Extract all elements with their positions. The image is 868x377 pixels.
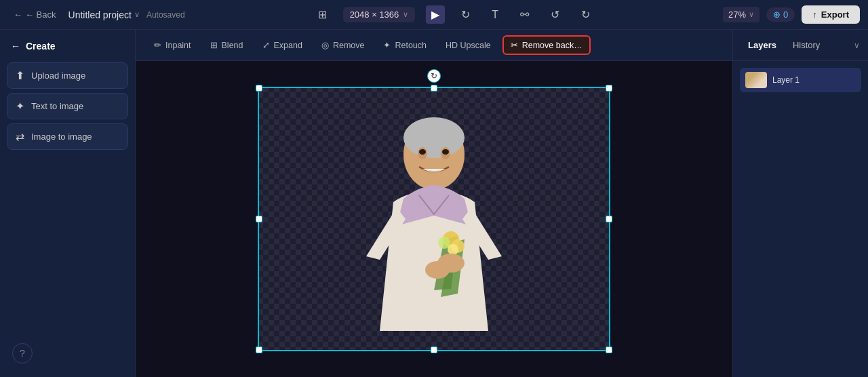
create-header: ← Create <box>7 38 128 58</box>
project-name-text: Untitled project <box>68 9 132 20</box>
layers-tab-label: Layers <box>748 40 776 50</box>
help-icon: ? <box>20 348 25 359</box>
canvas-size-display[interactable]: 2048 × 1366 ∨ <box>343 7 416 22</box>
canvas-size-text: 2048 × 1366 <box>350 9 399 20</box>
autosaved-label: Autosaved <box>146 10 185 20</box>
export-label: Export <box>821 9 849 20</box>
text-to-image-button[interactable]: ✦ Text to image <box>7 93 128 119</box>
zoom-value-text: 27% <box>728 9 746 20</box>
image-to-image-button[interactable]: ⇄ Image to image <box>7 123 128 150</box>
project-chevron-icon: ∨ <box>134 10 140 19</box>
credit-icon: ⊕ <box>773 9 781 20</box>
retouch-icon: ✦ <box>383 40 391 50</box>
canvas-image-container: ↻ <box>258 87 610 351</box>
layers-list: Layer 1 <box>733 61 868 99</box>
hd-upscale-label: HD Upscale <box>446 41 491 50</box>
toolbar-strip: ✏ Inpaint ⊞ Blend ⤢ Expand ◎ Remove ✦ Re… <box>136 30 732 61</box>
sidebar-bottom: ? <box>7 338 128 369</box>
image-to-image-icon: ⇄ <box>16 130 24 143</box>
inpaint-label: Inpaint <box>165 41 191 50</box>
remove-icon: ◎ <box>321 40 329 50</box>
zoom-chevron-icon: ∨ <box>749 10 754 19</box>
history-tab-label: History <box>793 40 820 50</box>
rotate-icon: ↻ <box>431 71 437 81</box>
zoom-display[interactable]: 27% ∨ <box>723 7 760 22</box>
credit-badge[interactable]: ⊕ 0 <box>766 7 795 22</box>
back-button[interactable]: ← ← Back <box>8 7 62 22</box>
remove-button[interactable]: ◎ Remove <box>314 36 372 54</box>
canvas-area: ✏ Inpaint ⊞ Blend ⤢ Expand ◎ Remove ✦ Re… <box>136 30 732 377</box>
credit-value: 0 <box>783 9 788 20</box>
topbar-center: ⊞ 2048 × 1366 ∨ ▶ ↻ T ⚯ ↺ ↻ <box>193 5 715 24</box>
layer-name: Layer 1 <box>772 75 800 85</box>
expand-icon: ⤢ <box>262 40 270 50</box>
remove-label: Remove <box>333 41 365 50</box>
topbar-left: ← ← Back Untitled project ∨ Autosaved <box>8 7 185 22</box>
export-button[interactable]: ↑ Export <box>802 5 860 24</box>
text-to-image-label: Text to image <box>31 101 83 111</box>
image-to-image-label: Image to image <box>31 132 92 142</box>
layer-thumb-inner <box>745 72 767 88</box>
svg-point-5 <box>442 149 449 155</box>
text-to-image-icon: ✦ <box>16 100 24 113</box>
tab-layers[interactable]: Layers <box>741 36 783 54</box>
remove-background-icon: ✂ <box>511 40 518 50</box>
text-tool-button[interactable]: T <box>486 6 504 24</box>
help-button[interactable]: ? <box>12 343 33 363</box>
link-tool-button[interactable]: ⚯ <box>515 5 534 24</box>
back-icon: ← <box>14 9 22 20</box>
person-svg <box>346 107 522 331</box>
blend-button[interactable]: ⊞ Blend <box>203 36 251 54</box>
inpaint-icon: ✏ <box>154 40 161 50</box>
svg-point-1 <box>403 117 465 158</box>
upload-image-button[interactable]: ⬆ Upload image <box>7 62 128 89</box>
blend-icon: ⊞ <box>210 40 218 50</box>
history-dropdown[interactable]: ∨ <box>854 41 860 50</box>
select-tool-button[interactable]: ▶ <box>426 5 445 24</box>
expand-button[interactable]: ⤢ Expand <box>255 36 310 54</box>
back-label: ← Back <box>25 9 56 20</box>
remove-background-label: Remove back… <box>522 41 583 50</box>
tab-history[interactable]: History <box>786 36 827 54</box>
blend-label: Blend <box>222 41 243 50</box>
resize-tool-button[interactable]: ⊞ <box>313 5 332 24</box>
topbar: ← ← Back Untitled project ∨ Autosaved ⊞ … <box>0 0 868 30</box>
main-layout: ← Create ⬆ Upload image ✦ Text to image … <box>0 30 868 377</box>
right-sidebar: Layers History ∨ Layer 1 <box>732 30 868 377</box>
topbar-right: 27% ∨ ⊕ 0 ↑ Export <box>723 5 860 24</box>
rotate-handle[interactable]: ↻ <box>427 69 441 83</box>
rotate-tool-button[interactable]: ↻ <box>456 5 475 24</box>
export-icon: ↑ <box>812 9 817 20</box>
svg-point-11 <box>425 261 450 279</box>
create-back-icon: ← <box>11 41 20 52</box>
layer-thumbnail <box>745 72 767 88</box>
redo-button[interactable]: ↻ <box>576 5 595 24</box>
svg-point-4 <box>419 149 426 155</box>
history-dropdown-icon: ∨ <box>854 41 860 50</box>
upload-icon: ⬆ <box>16 69 24 82</box>
size-chevron-icon: ∨ <box>403 10 408 19</box>
canvas-image <box>258 87 610 351</box>
retouch-button[interactable]: ✦ Retouch <box>376 36 434 54</box>
retouch-label: Retouch <box>395 41 427 50</box>
svg-point-9 <box>448 244 458 255</box>
left-sidebar: ← Create ⬆ Upload image ✦ Text to image … <box>0 30 136 377</box>
hd-upscale-button[interactable]: HD Upscale <box>438 37 498 54</box>
project-name[interactable]: Untitled project ∨ <box>68 9 140 20</box>
undo-button[interactable]: ↺ <box>545 5 565 24</box>
right-sidebar-tabs: Layers History ∨ <box>733 30 868 61</box>
create-label: Create <box>26 41 56 52</box>
canvas-viewport[interactable]: ↻ <box>136 61 732 377</box>
remove-background-button[interactable]: ✂ Remove back… <box>502 35 591 55</box>
inpaint-button[interactable]: ✏ Inpaint <box>146 36 199 54</box>
expand-label: Expand <box>274 41 302 50</box>
layer-item[interactable]: Layer 1 <box>740 68 861 92</box>
upload-image-label: Upload image <box>31 71 85 81</box>
